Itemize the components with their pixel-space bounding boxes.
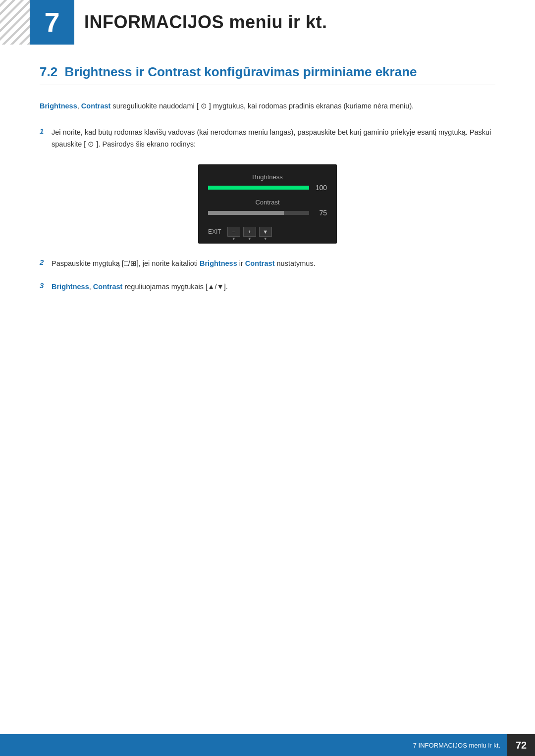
osd-widget: Brightness 100 Contrast 75 xyxy=(198,164,337,244)
osd-btn-minus[interactable]: − xyxy=(227,227,240,237)
osd-contrast-fill xyxy=(208,211,284,215)
step-1: 1 Jei norite, kad būtų rodomas klavišų v… xyxy=(40,126,495,151)
osd-brightness-fill xyxy=(208,186,309,190)
section-heading: 7.2 Brightness ir Contrast konfigūravima… xyxy=(40,64,495,85)
footer-page-number: 72 xyxy=(507,734,535,756)
chapter-header: 7 INFORMACIJOS meniu ir kt. xyxy=(0,0,535,45)
osd-contrast-bar-row: 75 xyxy=(208,209,327,217)
step-3: 3 Brightness, Contrast reguliuojamas myg… xyxy=(40,281,495,293)
osd-brightness-label: Brightness xyxy=(208,173,327,181)
footer-text: 7 INFORMACIJOS meniu ir kt. xyxy=(0,742,507,749)
page-footer: 7 INFORMACIJOS meniu ir kt. 72 xyxy=(0,734,535,756)
step-2-bold1: Brightness xyxy=(200,259,237,267)
step-2-number: 2 xyxy=(40,257,52,266)
chapter-title-block: INFORMACIJOS meniu ir kt. xyxy=(74,0,535,45)
osd-brightness-bar-row: 100 xyxy=(208,184,327,192)
intro-bold-contrast: Contrast xyxy=(81,102,111,110)
osd-contrast-row: Contrast 75 xyxy=(208,199,327,217)
intro-text: sureguliuokite naudodami [ ⊙ ] mygtukus,… xyxy=(110,102,414,110)
chapter-number: 7 xyxy=(44,8,59,36)
chapter-number-block: 7 xyxy=(30,0,74,45)
osd-brightness-row: Brightness 100 xyxy=(208,173,327,192)
osd-contrast-value: 75 xyxy=(313,209,327,217)
step-2: 2 Paspauskite mygtuką [□/⊞], jei norite … xyxy=(40,257,495,270)
osd-exit-row: EXIT − + ▼ xyxy=(208,224,327,237)
stripe-decoration xyxy=(0,0,30,45)
step-1-text: Jei norite, kad būtų rodomas klavišų vad… xyxy=(52,126,495,151)
osd-exit-label: EXIT xyxy=(208,228,221,235)
osd-illustration: Brightness 100 Contrast 75 xyxy=(40,164,495,244)
step-3-text: Brightness, Contrast reguliuojamas mygtu… xyxy=(52,281,495,293)
osd-contrast-label: Contrast xyxy=(208,199,327,206)
step-2-text: Paspauskite mygtuką [□/⊞], jei norite ka… xyxy=(52,257,495,270)
step-3-bold1: Brightness xyxy=(52,283,89,291)
intro-bold-brightness: Brightness xyxy=(40,102,77,110)
step-3-bold2: Contrast xyxy=(93,283,123,291)
chapter-title: INFORMACIJOS meniu ir kt. xyxy=(84,12,327,33)
intro-separator: , xyxy=(77,102,81,110)
step-1-number: 1 xyxy=(40,126,52,135)
page-content: 7.2 Brightness ir Contrast konfigūravima… xyxy=(0,64,535,343)
step-3-number: 3 xyxy=(40,281,52,290)
intro-paragraph: Brightness, Contrast sureguliuokite naud… xyxy=(40,100,495,112)
osd-brightness-value: 100 xyxy=(313,184,327,192)
osd-btn-down[interactable]: ▼ xyxy=(259,227,272,237)
osd-contrast-track xyxy=(208,211,309,215)
osd-brightness-track xyxy=(208,186,309,190)
osd-btn-plus[interactable]: + xyxy=(243,227,256,237)
step-2-bold2: Contrast xyxy=(245,259,275,267)
